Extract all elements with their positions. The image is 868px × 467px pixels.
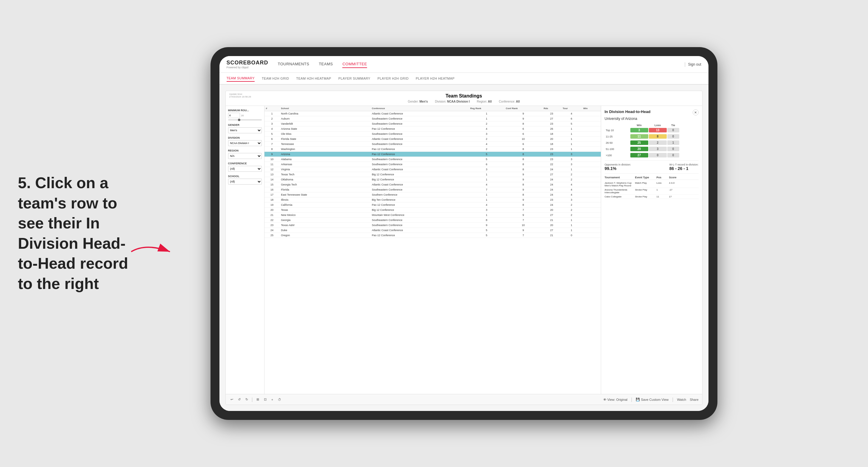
forward-button[interactable]: ↻	[244, 397, 249, 402]
nav-committee[interactable]: COMMITTEE	[342, 61, 367, 68]
h2h-opponents-row: Opponents in division: 99.1% W-L-T recor…	[605, 163, 699, 171]
h2h-close-button[interactable]: ✕	[693, 110, 699, 116]
sub-navigation: TEAM SUMMARY TEAM H2H GRID TEAM H2H HEAT…	[219, 73, 709, 85]
card-title: Team Standings	[230, 93, 698, 99]
table-row[interactable]: 13 Texas Tech Big 12 Conference 1 9 27 2	[265, 172, 601, 177]
table-row[interactable]: 25 Oregon Pac-12 Conference 5 7 21 0	[265, 233, 601, 238]
tournaments-header-row: Tournament Event Type Pos Score	[605, 176, 699, 180]
table-row[interactable]: 17 East Tennessee State Southern Confere…	[265, 192, 601, 197]
standings-table: # School Conference Reg Rank Conf Rank R…	[265, 106, 601, 238]
table-row[interactable]: 3 Vanderbilt Southeastern Conference 2 8…	[265, 121, 601, 126]
table-row[interactable]: 11 Arkansas Southeastern Conference 6 8 …	[265, 162, 601, 167]
gender-select[interactable]: Men's	[228, 127, 262, 133]
table-row[interactable]: 2 Auburn Southeastern Conference 1 9 27 …	[265, 116, 601, 121]
col-conf-rank: Conf Rank	[504, 106, 542, 111]
sign-out-button[interactable]: Sign out	[688, 62, 701, 66]
tournaments-section: Tournament Event Type Pos Score Jackson …	[605, 176, 699, 199]
table-row[interactable]: 20 Texas Big 12 Conference 3 7 20 2	[265, 208, 601, 213]
back-button[interactable]: ↺	[237, 397, 242, 402]
table-row[interactable]: 10 Alabama Southeastern Conference 5 8 2…	[265, 157, 601, 162]
col-reg-rank: Reg Rank	[469, 106, 504, 111]
grid-button[interactable]: ⊞	[255, 397, 260, 402]
sub-nav-team-h2h-grid[interactable]: TEAM H2H GRID	[262, 75, 289, 82]
table-row[interactable]: 9 Arizona Pac-12 Conference 5 8 23 3	[265, 152, 601, 157]
h2h-panel: In Division Head-to-Head ✕ University of…	[601, 106, 702, 394]
table-row[interactable]: 24 Duke Atlantic Coast Conference 5 9 27…	[265, 228, 601, 233]
arrow-container	[128, 240, 176, 265]
wlt-value: 86 - 26 - 1	[670, 166, 699, 171]
col-school: School	[279, 106, 370, 111]
separator-3: |	[672, 397, 673, 402]
h2h-title: In Division Head-to-Head	[605, 110, 651, 114]
region-filter: Region N/A	[228, 149, 262, 159]
conference-select[interactable]: (All)	[228, 166, 262, 172]
table-row[interactable]: 16 Florida Southeastern Conference 7 9 2…	[265, 187, 601, 192]
nav-tournaments[interactable]: TOURNAMENTS	[278, 61, 310, 68]
division-select[interactable]: NCAA Division I	[228, 140, 262, 146]
card-body: Minimum Rou... 20 Gender	[226, 106, 702, 394]
add-button[interactable]: +	[270, 397, 274, 402]
col-rds: Rds	[542, 106, 561, 111]
col-win: Win	[582, 106, 601, 111]
table-row[interactable]: 23 Texas A&M Southeastern Conference 9 1…	[265, 223, 601, 228]
toolbar-right: 👁 View: Original | 💾 Save Custom View | …	[603, 397, 699, 402]
h2h-row: 26-50 25 2 1	[605, 140, 699, 146]
save-icon: 💾	[636, 398, 640, 401]
region-select[interactable]: N/A	[228, 153, 262, 159]
table-row[interactable]: 19 California Pac-12 Conference 4 8 24 2	[265, 203, 601, 208]
view-original-button[interactable]: 👁 View: Original	[603, 397, 628, 402]
school-select[interactable]: (All)	[228, 179, 262, 185]
min-rounds-input[interactable]	[228, 113, 240, 118]
h2h-col-loss: Loss	[649, 124, 667, 127]
bottom-toolbar: ↩ ↺ ↻ | ⊞ ⊡ + ⏱ 👁 View: Original	[226, 394, 702, 405]
table-row[interactable]: 5 Ole Miss Southeastern Conference 3 6 1…	[265, 131, 601, 136]
h2h-row: >100 27 0 0	[605, 152, 699, 158]
page-background: 5. Click on a team's row to see their In…	[0, 0, 868, 467]
h2h-col-win: Win	[630, 124, 648, 127]
table-row[interactable]: 18 Illinois Big Ten Conference 1 9 23 3	[265, 197, 601, 203]
main-content: Update time: 27/03/2024 16:56:26 Team St…	[219, 85, 709, 411]
min-rounds-filter: Minimum Rou... 20	[228, 109, 262, 121]
table-row[interactable]: 14 Oklahoma Big 12 Conference 1 9 24 2	[265, 177, 601, 182]
top-navigation: SCOREBOARD Powered by clippd TOURNAMENTS…	[219, 56, 709, 73]
divider: |	[684, 62, 685, 67]
table-row[interactable]: 21 New Mexico Mountain West Conference 1…	[265, 213, 601, 218]
tournament-row: Jackson T. Stephens Cup Men's Match-Play…	[605, 181, 699, 188]
gender-meta: Gender: Men's	[408, 100, 428, 103]
sub-nav-player-summary[interactable]: PLAYER SUMMARY	[338, 75, 370, 82]
layout-button[interactable]: ⊡	[263, 397, 268, 402]
eye-icon: 👁	[603, 398, 607, 401]
undo-button[interactable]: ↩	[229, 397, 235, 402]
h2h-team-name: University of Arizona	[605, 117, 699, 121]
table-row[interactable]: 22 Georgia Southeastern Conference 8 7 2…	[265, 218, 601, 223]
sub-nav-team-h2h-heatmap[interactable]: TEAM H2H HEATMAP	[296, 75, 331, 82]
sub-nav-player-h2h-heatmap[interactable]: PLAYER H2H HEATMAP	[416, 75, 455, 82]
table-row[interactable]: 4 Arizona State Pac-12 Conference 4 6 26…	[265, 126, 601, 131]
table-row[interactable]: 1 North Carolina Atlantic Coast Conferen…	[265, 111, 601, 116]
division-filter: Division NCAA Division I	[228, 136, 262, 146]
h2h-divider-2	[605, 173, 699, 174]
save-custom-button[interactable]: 💾 Save Custom View	[636, 397, 669, 402]
col-conference: Conference	[370, 106, 469, 111]
watch-button[interactable]: Watch	[677, 397, 686, 402]
h2h-row: 11-25 11 8 0	[605, 134, 699, 139]
tablet-frame: SCOREBOARD Powered by clippd TOURNAMENTS…	[211, 47, 717, 420]
table-row[interactable]: 6 Florida State Atlantic Coast Conferenc…	[265, 136, 601, 142]
sub-nav-team-summary[interactable]: TEAM SUMMARY	[227, 75, 255, 82]
h2h-rows: Top 10 3 13 0 11-25 11 8 0 26-50 25 2 1 …	[605, 127, 699, 158]
sub-nav-player-h2h-grid[interactable]: PLAYER H2H GRID	[377, 75, 408, 82]
table-row[interactable]: 15 Georgia Tech Atlantic Coast Conferenc…	[265, 182, 601, 187]
table-row[interactable]: 7 Tennessee Southeastern Conference 4 6 …	[265, 142, 601, 147]
share-button[interactable]: Share	[690, 397, 698, 402]
table-row[interactable]: 12 Virginia Atlantic Coast Conference 3 …	[265, 167, 601, 172]
time-button[interactable]: ⏱	[277, 397, 282, 402]
nav-teams[interactable]: TEAMS	[319, 61, 333, 68]
conference-meta: Conference: All	[499, 100, 520, 103]
table-header-row: # School Conference Reg Rank Conf Rank R…	[265, 106, 601, 111]
logo-subtitle: Powered by clippd	[227, 66, 268, 69]
col-tour: Tour	[561, 106, 582, 111]
dashboard-card: Update time: 27/03/2024 16:56:26 Team St…	[225, 91, 703, 405]
table-row[interactable]: 8 Washington Pac-12 Conference 2 8 23 1	[265, 147, 601, 152]
logo-title: SCOREBOARD	[227, 60, 268, 66]
update-time: Update time: 27/03/2024 16:56:26	[229, 93, 251, 98]
